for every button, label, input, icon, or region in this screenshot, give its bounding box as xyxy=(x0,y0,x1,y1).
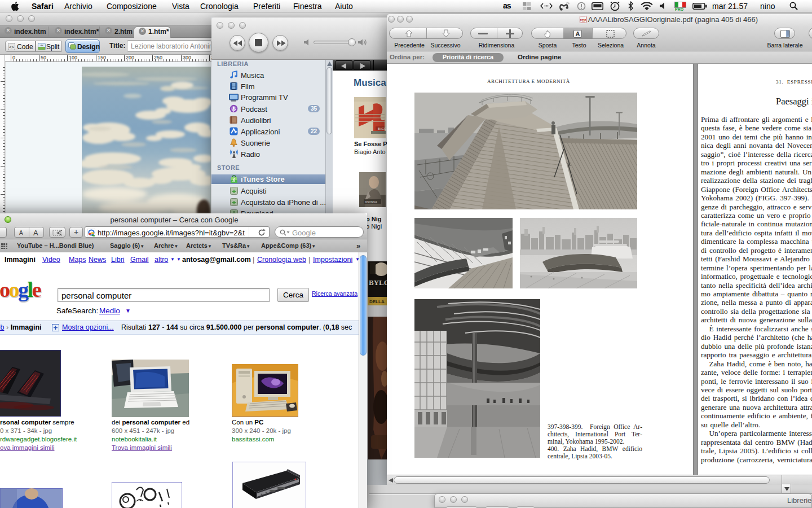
svg-text:INSONNIA: INSONNIA xyxy=(365,201,377,204)
svg-text:<>: <> xyxy=(9,45,15,50)
svg-text:DELLA: DELLA xyxy=(369,299,385,304)
svg-text:PDF: PDF xyxy=(580,19,586,22)
svg-text:A: A xyxy=(576,30,580,37)
svg-text:BIAGIO: BIAGIO xyxy=(378,128,386,130)
svg-text:50: 50 xyxy=(41,55,46,60)
